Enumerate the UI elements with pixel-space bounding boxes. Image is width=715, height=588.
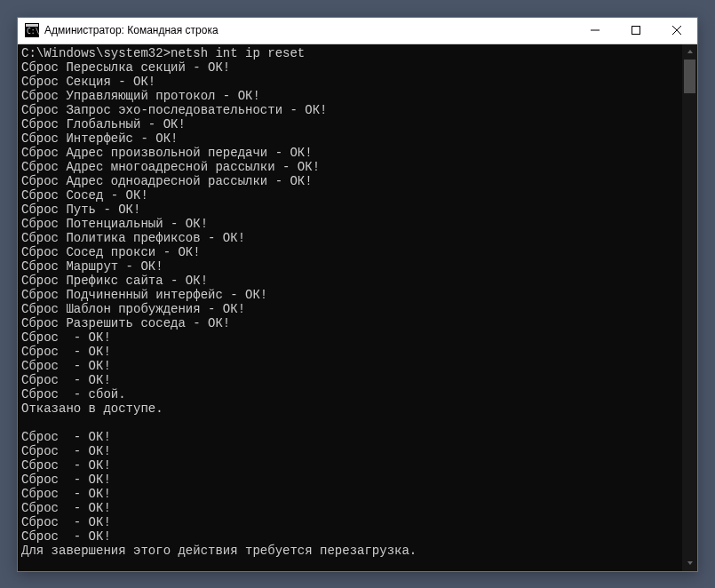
svg-rect-4	[632, 27, 640, 35]
console-area: C:\Windows\system32>netsh int ip reset С…	[18, 44, 697, 571]
scroll-up-button[interactable]	[682, 44, 697, 60]
svg-rect-1	[26, 24, 38, 27]
scroll-thumb[interactable]	[684, 60, 695, 93]
minimize-button[interactable]	[575, 18, 616, 44]
close-button[interactable]	[656, 18, 697, 44]
maximize-button[interactable]	[616, 18, 656, 44]
console-output[interactable]: C:\Windows\system32>netsh int ip reset С…	[18, 44, 682, 571]
cmd-window: C:\ Администратор: Командная строка C:\W…	[17, 17, 698, 572]
svg-text:C:\: C:\	[27, 28, 39, 36]
scrollbar[interactable]	[682, 44, 697, 571]
titlebar[interactable]: C:\ Администратор: Командная строка	[18, 18, 697, 44]
cmd-icon: C:\	[25, 23, 39, 37]
window-title: Администратор: Командная строка	[44, 24, 575, 36]
scroll-down-button[interactable]	[682, 556, 697, 571]
scroll-track[interactable]	[682, 60, 697, 556]
window-controls	[575, 18, 697, 44]
